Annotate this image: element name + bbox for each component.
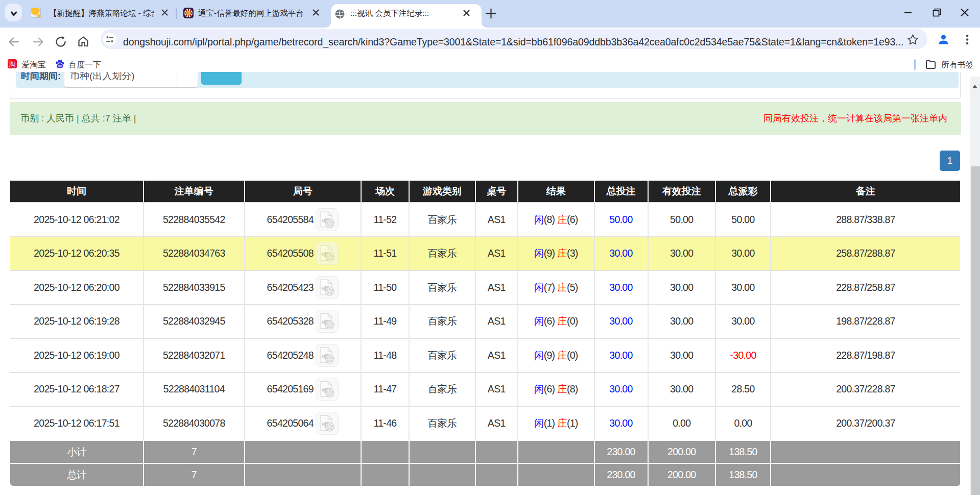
svg-text:du: du (58, 64, 62, 68)
svg-text:淘: 淘 (9, 60, 16, 68)
